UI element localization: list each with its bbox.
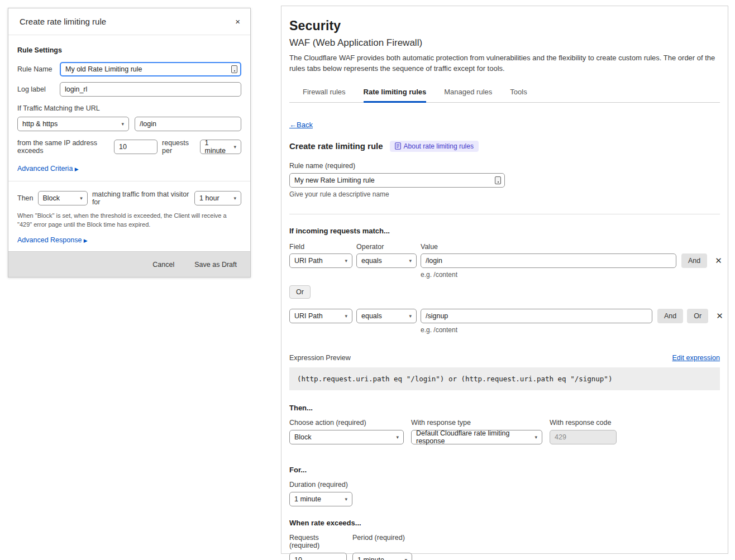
- cancel-button[interactable]: Cancel: [152, 261, 174, 269]
- modal-header: Create rate limiting rule ×: [8, 8, 250, 35]
- duration-select[interactable]: 1 minute ▾: [289, 492, 352, 506]
- chevron-right-icon: ▶: [84, 238, 88, 243]
- modal-footer: Cancel Save as Draft: [8, 251, 250, 277]
- action-select[interactable]: Block ▾: [38, 191, 88, 205]
- value-column-label: Value: [421, 243, 438, 251]
- ban-duration-select[interactable]: 1 hour ▾: [194, 191, 241, 205]
- tab-rate-limiting-rules[interactable]: Rate limiting rules: [364, 84, 427, 103]
- save-as-draft-button[interactable]: Save as Draft: [194, 261, 237, 269]
- divider: [8, 181, 250, 181]
- requests-input[interactable]: [289, 553, 347, 560]
- or-button[interactable]: Or: [687, 309, 708, 323]
- value-input[interactable]: [421, 253, 676, 268]
- duration-label: Duration (required): [289, 481, 720, 489]
- rule-name-helper: Give your rule a descriptive name: [289, 190, 720, 198]
- caret-down-icon: ▾: [233, 144, 236, 150]
- then-heading: Then...: [289, 404, 720, 412]
- url-input[interactable]: [135, 117, 241, 131]
- rate-heading: When rate exceeds...: [289, 519, 720, 527]
- response-type-select[interactable]: Default Cloudflare rate limiting respons…: [411, 430, 542, 444]
- operator-select[interactable]: equals ▾: [356, 309, 417, 323]
- action-label: Choose action (required): [289, 419, 404, 427]
- field-column-label: Field: [289, 243, 352, 251]
- value-hint: e.g. /content: [421, 326, 720, 334]
- caret-down-icon: ▾: [121, 121, 124, 127]
- requests-label: Requests (required): [289, 534, 347, 549]
- arrow-left-icon: ←: [289, 121, 297, 129]
- operator-column-label: Operator: [356, 243, 417, 251]
- field-select[interactable]: URI Path ▾: [289, 309, 352, 323]
- caret-down-icon: ▾: [345, 258, 347, 264]
- threshold-middle: requests per: [162, 139, 195, 155]
- remove-condition-icon[interactable]: ✕: [714, 256, 723, 266]
- period-select[interactable]: 1 minute ▾: [352, 553, 412, 560]
- edit-expression-link[interactable]: Edit expression: [672, 354, 720, 362]
- caret-down-icon: ▾: [404, 557, 407, 560]
- scheme-select[interactable]: http & https ▾: [17, 117, 129, 131]
- rule-settings-heading: Rule Settings: [17, 46, 241, 54]
- caret-down-icon: ▾: [534, 434, 537, 440]
- security-waf-panel: Security WAF (Web Application Firewall) …: [281, 6, 728, 554]
- and-button[interactable]: And: [657, 309, 683, 323]
- response-type-label: With response type: [411, 419, 542, 427]
- condition-row: URI Path ▾ equals ▾ And Or ✕: [289, 309, 720, 323]
- rule-name-label: Rule name (required): [289, 162, 720, 170]
- log-label-label: Log label: [17, 85, 60, 93]
- close-icon[interactable]: ×: [234, 17, 241, 26]
- caret-down-icon: ▾: [396, 434, 399, 440]
- field-select[interactable]: URI Path ▾: [289, 253, 352, 268]
- caret-down-icon: ▾: [409, 258, 412, 264]
- tab-firewall-rules[interactable]: Firewall rules: [303, 84, 346, 103]
- operator-select[interactable]: equals ▾: [356, 253, 417, 268]
- action-select[interactable]: Block ▾: [289, 430, 404, 444]
- autofill-icon: [495, 176, 501, 184]
- tab-managed-rules[interactable]: Managed rules: [444, 84, 492, 103]
- expression-preview-label: Expression Preview: [289, 354, 351, 362]
- for-heading: For...: [289, 466, 720, 474]
- threshold-prefix: from the same IP address exceeds: [17, 139, 109, 155]
- value-input[interactable]: [421, 309, 652, 323]
- caret-down-icon: ▾: [80, 195, 83, 201]
- document-icon: [395, 142, 401, 150]
- then-middle: matching traffic from that visitor for: [92, 190, 190, 206]
- threshold-input[interactable]: [114, 140, 157, 154]
- caret-down-icon: ▾: [345, 496, 347, 502]
- value-hint: e.g. /content: [421, 271, 720, 279]
- traffic-match-label: If Traffic Matching the URL: [17, 104, 241, 112]
- page-title: Security: [289, 18, 720, 33]
- page-subtitle: WAF (Web Application Firewall): [289, 37, 720, 49]
- remove-condition-icon[interactable]: ✕: [715, 311, 724, 321]
- caret-down-icon: ▾: [345, 313, 347, 319]
- response-code-input: [550, 430, 617, 444]
- and-button[interactable]: And: [681, 253, 707, 268]
- match-heading: If incoming requests match...: [289, 227, 720, 235]
- or-connector-button[interactable]: Or: [289, 285, 311, 299]
- create-rate-limit-modal: Create rate limiting rule × Rule Setting…: [8, 8, 251, 277]
- form-title: Create rate limiting rule: [289, 141, 383, 151]
- caret-down-icon: ▾: [409, 313, 412, 319]
- tab-tools[interactable]: Tools: [510, 84, 527, 103]
- rule-name-label: Rule Name: [17, 65, 60, 73]
- caret-down-icon: ▾: [233, 195, 236, 201]
- back-link[interactable]: ←Back: [289, 121, 313, 129]
- expression-preview: (http.request.uri.path eq "/login") or (…: [289, 367, 720, 390]
- condition-row: URI Path ▾ equals ▾ And ✕: [289, 253, 720, 268]
- rule-name-input[interactable]: [289, 173, 505, 188]
- advanced-criteria-link[interactable]: Advanced Criteria ▶: [17, 165, 79, 173]
- period-select[interactable]: 1 minute ▾: [200, 140, 241, 154]
- then-label: Then: [17, 194, 34, 202]
- advanced-response-link[interactable]: Advanced Response ▶: [17, 236, 88, 244]
- period-label: Period (required): [352, 534, 405, 549]
- log-label-input[interactable]: [60, 82, 241, 97]
- divider: [289, 214, 720, 214]
- modal-title: Create rate limiting rule: [20, 17, 106, 26]
- about-rate-limiting-badge[interactable]: About rate limiting rules: [390, 141, 479, 152]
- rule-name-input[interactable]: [60, 62, 241, 76]
- autofill-icon: [231, 65, 237, 73]
- waf-tabs: Firewall rules Rate limiting rules Manag…: [289, 84, 720, 103]
- block-note: When "Block" is set, when the threshold …: [17, 212, 240, 229]
- response-code-label: With response code: [550, 419, 611, 427]
- chevron-right-icon: ▶: [75, 166, 79, 172]
- page-description: The Cloudflare WAF provides both automat…: [289, 53, 720, 74]
